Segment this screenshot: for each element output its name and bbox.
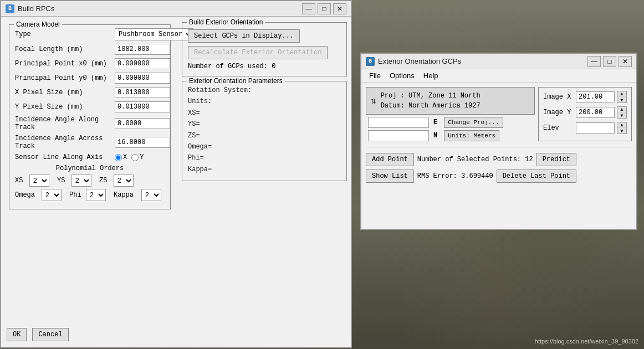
radio-x[interactable] — [115, 154, 122, 161]
incidence-across-label: Incidence Angle Across Track — [15, 135, 115, 150]
gcp-title-left: G Exterior Orientation GCPs — [366, 57, 461, 66]
predict-button[interactable]: Predict — [536, 153, 576, 166]
xs-select[interactable]: 213 — [29, 174, 49, 187]
elev-spinners[interactable]: ▲ ▼ — [617, 122, 627, 134]
param-text-block: Rotation System: Units: XS= YS= ZS= Omeg… — [188, 85, 341, 175]
menu-help[interactable]: Help — [419, 70, 443, 81]
sensor-radio-group: X Y — [115, 153, 144, 161]
radio-y-label[interactable]: Y — [131, 153, 144, 161]
y-pixel-input[interactable] — [115, 101, 170, 112]
incidence-across-input[interactable] — [115, 137, 170, 148]
principal-x0-input[interactable] — [115, 58, 170, 69]
x-pixel-row: X Pixel Size (mm) — [15, 87, 165, 98]
select-gcps-button[interactable]: Select GCPs in Display... — [188, 29, 300, 43]
omega-select[interactable]: 213 — [42, 189, 62, 201]
close-button[interactable]: ✕ — [333, 3, 346, 14]
build-rpcs-win-controls: — □ ✕ — [302, 3, 346, 14]
elev-down[interactable]: ▼ — [617, 128, 626, 134]
principal-y0-row: Principal Point y0 (mm) — [15, 73, 165, 84]
minimize-button[interactable]: — — [302, 3, 315, 14]
watermark: https://blog.csdn.net/weixin_39_90382 — [535, 338, 638, 345]
n-coord-row: N Units: Meters — [368, 130, 535, 141]
image-y-spinners[interactable]: ▲ ▼ — [617, 106, 627, 119]
phi-select[interactable]: 213 — [86, 189, 106, 201]
show-list-button[interactable]: Show List — [366, 170, 414, 183]
rms-label: RMS Error: 3.699440 — [417, 172, 493, 180]
ext-orient-params-label: Exterior Orientation Parameters — [187, 77, 285, 85]
menu-file[interactable]: File — [365, 70, 385, 81]
cancel-button[interactable]: Cancel — [32, 328, 68, 341]
ys-text: YS= — [188, 119, 341, 130]
recalc-row: Recalculate Exterior Orientation — [188, 46, 341, 59]
x-pixel-label: X Pixel Size (mm) — [15, 89, 115, 96]
menu-options[interactable]: Options — [385, 70, 419, 81]
elev-input[interactable] — [576, 122, 615, 134]
num-gcps-label: Number of GCPs used: 0 — [188, 63, 275, 70]
elev-up[interactable]: ▲ — [617, 122, 626, 128]
y-pixel-row: Y Pixel Size (mm) — [15, 101, 165, 112]
image-y-down[interactable]: ▼ — [617, 112, 626, 118]
e-input[interactable] — [368, 117, 429, 128]
build-ext-section: Build Exterior Orientation Select GCPs i… — [182, 22, 347, 76]
build-rpcs-window: B Build RPCs — □ ✕ Camera Model Type Pus… — [0, 0, 352, 348]
gcp-window: G Exterior Orientation GCPs — □ ✕ File O… — [360, 53, 637, 230]
build-rpcs-title: Build RPCs — [18, 4, 54, 13]
image-x-input[interactable] — [576, 91, 615, 102]
phi-text: Phi= — [188, 152, 341, 163]
gcp-maximize-button[interactable]: □ — [603, 56, 616, 67]
image-y-row: Image Y ▲ ▼ — [543, 106, 627, 119]
zs-select[interactable]: 213 — [114, 174, 134, 187]
gcp-actions-2: Show List RMS Error: 3.699440 Delete Las… — [366, 170, 632, 183]
gcp-minimize-button[interactable]: — — [587, 56, 601, 67]
gcp-close-button[interactable]: ✕ — [619, 56, 632, 67]
ys-select[interactable]: 213 — [71, 174, 91, 187]
image-x-label: Image X — [543, 93, 574, 101]
divider — [366, 147, 632, 147]
image-x-up[interactable]: ▲ — [617, 91, 626, 97]
radio-y[interactable] — [131, 154, 139, 161]
omega-text: Omega= — [188, 141, 341, 152]
gcp-titlebar: G Exterior Orientation GCPs — □ ✕ — [361, 54, 636, 69]
build-rpcs-right-panel: Build Exterior Orientation Select GCPs i… — [178, 17, 350, 184]
focal-length-input[interactable] — [115, 44, 170, 55]
gcp-app-icon: G — [366, 57, 375, 66]
incidence-along-input[interactable] — [115, 118, 170, 129]
units-button[interactable]: Units: Meters — [444, 130, 499, 141]
image-x-spinners[interactable]: ▲ ▼ — [617, 91, 627, 103]
poly-row-1: XS 213 YS 213 ZS 213 — [15, 174, 165, 187]
delete-last-button[interactable]: Delete Last Point — [497, 170, 576, 183]
incidence-across-row: Incidence Angle Across Track — [15, 135, 165, 150]
add-point-button[interactable]: Add Point — [366, 153, 414, 166]
focal-length-row: Focal Length (mm) — [15, 44, 165, 55]
num-gcps-row: Number of GCPs used: 0 — [188, 63, 341, 70]
principal-y0-input[interactable] — [115, 73, 170, 84]
kappa-text: Kappa= — [188, 164, 341, 175]
gcp-title: Exterior Orientation GCPs — [378, 57, 461, 65]
camera-model-label: Camera Model — [14, 20, 62, 28]
image-y-up[interactable]: ▲ — [617, 107, 626, 112]
ok-button[interactable]: OK — [7, 328, 27, 341]
y-pixel-label: Y Pixel Size (mm) — [15, 103, 115, 111]
swap-icon[interactable]: ⇅ — [371, 95, 376, 106]
radio-x-label[interactable]: X — [115, 153, 127, 161]
n-input[interactable] — [368, 130, 429, 141]
gcp-menubar: File Options Help — [361, 69, 636, 83]
ext-orient-params: Exterior Orientation Parameters Rotation… — [182, 81, 347, 181]
xs-text: XS= — [188, 107, 341, 119]
image-x-down[interactable]: ▼ — [617, 97, 626, 102]
zs-text: ZS= — [188, 130, 341, 141]
focal-length-label: Focal Length (mm) — [15, 45, 115, 53]
type-label: Type — [15, 30, 115, 38]
rotation-system-text: Rotation System: — [188, 85, 341, 96]
image-y-input[interactable] — [576, 107, 615, 118]
e-label: E — [433, 119, 437, 126]
recalc-button[interactable]: Recalculate Exterior Orientation — [188, 46, 328, 59]
maximize-button[interactable]: □ — [318, 3, 331, 14]
x-pixel-input[interactable] — [115, 87, 170, 98]
kappa-select[interactable]: 213 — [141, 189, 161, 201]
app-icon: B — [6, 4, 14, 13]
poly-orders-title: Polynomial Orders — [15, 165, 165, 172]
change-proj-button[interactable]: Change Proj... — [444, 117, 503, 128]
image-x-row: Image X ▲ ▼ — [543, 91, 627, 103]
units-text: Units: — [188, 96, 341, 107]
